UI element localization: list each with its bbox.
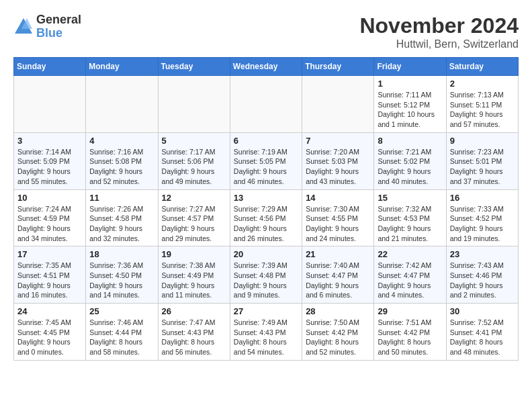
calendar-cell: 23Sunrise: 7:43 AM Sunset: 4:46 PM Dayli… [446, 246, 518, 304]
day-info: Sunrise: 7:20 AM Sunset: 5:03 PM Dayligh… [306, 147, 370, 187]
day-info: Sunrise: 7:38 AM Sunset: 4:49 PM Dayligh… [162, 261, 226, 300]
day-number: 28 [306, 306, 370, 316]
day-number: 21 [306, 249, 370, 259]
calendar-cell: 7Sunrise: 7:20 AM Sunset: 5:03 PM Daylig… [302, 132, 374, 189]
calendar-cell: 14Sunrise: 7:30 AM Sunset: 4:55 PM Dayli… [302, 189, 374, 246]
calendar-header-row: SundayMondayTuesdayWednesdayThursdayFrid… [14, 58, 519, 76]
day-number: 13 [234, 193, 298, 203]
calendar: SundayMondayTuesdayWednesdayThursdayFrid… [13, 57, 519, 361]
logo-icon [13, 17, 34, 37]
day-info: Sunrise: 7:27 AM Sunset: 4:57 PM Dayligh… [162, 204, 226, 244]
calendar-cell: 8Sunrise: 7:21 AM Sunset: 5:02 PM Daylig… [374, 132, 446, 189]
calendar-cell: 20Sunrise: 7:39 AM Sunset: 4:48 PM Dayli… [230, 246, 302, 304]
calendar-cell: 19Sunrise: 7:38 AM Sunset: 4:49 PM Dayli… [158, 246, 230, 304]
day-number: 17 [17, 249, 82, 259]
day-info: Sunrise: 7:11 AM Sunset: 5:12 PM Dayligh… [378, 90, 442, 130]
calendar-cell: 25Sunrise: 7:46 AM Sunset: 4:44 PM Dayli… [86, 304, 158, 361]
calendar-header-tuesday: Tuesday [158, 58, 230, 76]
day-number: 4 [89, 136, 154, 146]
calendar-header-monday: Monday [86, 58, 158, 76]
calendar-cell: 26Sunrise: 7:47 AM Sunset: 4:43 PM Dayli… [158, 304, 230, 361]
calendar-header-sunday: Sunday [14, 58, 86, 76]
calendar-cell: 29Sunrise: 7:51 AM Sunset: 4:42 PM Dayli… [374, 304, 446, 361]
logo: General Blue [13, 13, 81, 40]
day-info: Sunrise: 7:24 AM Sunset: 4:59 PM Dayligh… [17, 204, 82, 244]
calendar-cell: 1Sunrise: 7:11 AM Sunset: 5:12 PM Daylig… [374, 76, 446, 133]
day-number: 26 [162, 306, 226, 316]
calendar-cell: 27Sunrise: 7:49 AM Sunset: 4:43 PM Dayli… [230, 304, 302, 361]
day-number: 9 [450, 136, 515, 146]
day-number: 7 [306, 136, 370, 146]
day-number: 14 [306, 193, 370, 203]
day-info: Sunrise: 7:36 AM Sunset: 4:50 PM Dayligh… [89, 261, 154, 300]
day-info: Sunrise: 7:32 AM Sunset: 4:53 PM Dayligh… [378, 204, 442, 244]
day-info: Sunrise: 7:26 AM Sunset: 4:58 PM Dayligh… [89, 204, 154, 244]
day-info: Sunrise: 7:30 AM Sunset: 4:55 PM Dayligh… [306, 204, 370, 244]
day-number: 8 [378, 136, 442, 146]
calendar-header-thursday: Thursday [302, 58, 374, 76]
day-number: 6 [234, 136, 298, 146]
day-info: Sunrise: 7:17 AM Sunset: 5:06 PM Dayligh… [162, 147, 226, 187]
day-number: 19 [162, 249, 226, 259]
day-number: 5 [162, 136, 226, 146]
calendar-cell: 5Sunrise: 7:17 AM Sunset: 5:06 PM Daylig… [158, 132, 230, 189]
calendar-header-friday: Friday [374, 58, 446, 76]
calendar-week-2: 3Sunrise: 7:14 AM Sunset: 5:09 PM Daylig… [14, 132, 519, 189]
calendar-cell [302, 76, 374, 133]
day-number: 25 [89, 306, 154, 316]
day-info: Sunrise: 7:42 AM Sunset: 4:47 PM Dayligh… [378, 261, 442, 300]
calendar-cell [158, 76, 230, 133]
day-number: 11 [89, 193, 154, 203]
calendar-cell [14, 76, 86, 133]
month-year: November 2024 [359, 13, 519, 38]
title-area: November 2024 Huttwil, Bern, Switzerland [359, 13, 519, 50]
calendar-cell: 18Sunrise: 7:36 AM Sunset: 4:50 PM Dayli… [86, 246, 158, 304]
calendar-cell: 12Sunrise: 7:27 AM Sunset: 4:57 PM Dayli… [158, 189, 230, 246]
day-info: Sunrise: 7:39 AM Sunset: 4:48 PM Dayligh… [234, 261, 298, 300]
day-info: Sunrise: 7:52 AM Sunset: 4:41 PM Dayligh… [450, 318, 515, 357]
day-number: 20 [234, 249, 298, 259]
logo-blue: Blue [36, 26, 62, 40]
calendar-cell: 13Sunrise: 7:29 AM Sunset: 4:56 PM Dayli… [230, 189, 302, 246]
calendar-cell: 17Sunrise: 7:35 AM Sunset: 4:51 PM Dayli… [14, 246, 86, 304]
calendar-week-4: 17Sunrise: 7:35 AM Sunset: 4:51 PM Dayli… [14, 246, 519, 304]
calendar-header-saturday: Saturday [446, 58, 518, 76]
day-number: 3 [17, 136, 82, 146]
logo-text: General Blue [36, 13, 81, 40]
calendar-cell: 21Sunrise: 7:40 AM Sunset: 4:47 PM Dayli… [302, 246, 374, 304]
day-info: Sunrise: 7:23 AM Sunset: 5:01 PM Dayligh… [450, 147, 515, 187]
logo-general: General [36, 13, 81, 26]
calendar-week-1: 1Sunrise: 7:11 AM Sunset: 5:12 PM Daylig… [14, 76, 519, 133]
day-number: 22 [378, 249, 442, 259]
calendar-header-wednesday: Wednesday [230, 58, 302, 76]
header: General Blue November 2024 Huttwil, Bern… [13, 13, 519, 50]
day-number: 18 [89, 249, 154, 259]
day-info: Sunrise: 7:14 AM Sunset: 5:09 PM Dayligh… [17, 147, 82, 187]
day-number: 23 [450, 249, 515, 259]
calendar-cell: 15Sunrise: 7:32 AM Sunset: 4:53 PM Dayli… [374, 189, 446, 246]
calendar-cell: 10Sunrise: 7:24 AM Sunset: 4:59 PM Dayli… [14, 189, 86, 246]
day-info: Sunrise: 7:46 AM Sunset: 4:44 PM Dayligh… [89, 318, 154, 357]
calendar-cell: 9Sunrise: 7:23 AM Sunset: 5:01 PM Daylig… [446, 132, 518, 189]
calendar-cell [86, 76, 158, 133]
day-number: 1 [378, 79, 442, 89]
day-info: Sunrise: 7:33 AM Sunset: 4:52 PM Dayligh… [450, 204, 515, 244]
day-info: Sunrise: 7:50 AM Sunset: 4:42 PM Dayligh… [306, 318, 370, 357]
day-number: 16 [450, 193, 515, 203]
calendar-cell [230, 76, 302, 133]
day-info: Sunrise: 7:21 AM Sunset: 5:02 PM Dayligh… [378, 147, 442, 187]
day-info: Sunrise: 7:16 AM Sunset: 5:08 PM Dayligh… [89, 147, 154, 187]
calendar-cell: 2Sunrise: 7:13 AM Sunset: 5:11 PM Daylig… [446, 76, 518, 133]
calendar-cell: 4Sunrise: 7:16 AM Sunset: 5:08 PM Daylig… [86, 132, 158, 189]
day-info: Sunrise: 7:35 AM Sunset: 4:51 PM Dayligh… [17, 261, 82, 300]
calendar-cell: 16Sunrise: 7:33 AM Sunset: 4:52 PM Dayli… [446, 189, 518, 246]
day-number: 27 [234, 306, 298, 316]
calendar-cell: 11Sunrise: 7:26 AM Sunset: 4:58 PM Dayli… [86, 189, 158, 246]
day-info: Sunrise: 7:19 AM Sunset: 5:05 PM Dayligh… [234, 147, 298, 187]
day-info: Sunrise: 7:49 AM Sunset: 4:43 PM Dayligh… [234, 318, 298, 357]
day-info: Sunrise: 7:47 AM Sunset: 4:43 PM Dayligh… [162, 318, 226, 357]
day-info: Sunrise: 7:51 AM Sunset: 4:42 PM Dayligh… [378, 318, 442, 357]
day-info: Sunrise: 7:40 AM Sunset: 4:47 PM Dayligh… [306, 261, 370, 300]
calendar-cell: 28Sunrise: 7:50 AM Sunset: 4:42 PM Dayli… [302, 304, 374, 361]
day-info: Sunrise: 7:45 AM Sunset: 4:45 PM Dayligh… [17, 318, 82, 357]
